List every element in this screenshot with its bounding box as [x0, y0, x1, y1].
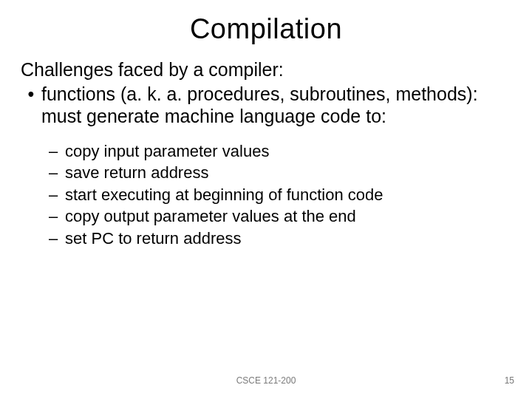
intro-text: Challenges faced by a compiler: [21, 58, 511, 81]
dash-icon: – [49, 228, 65, 249]
list-item: – save return address [49, 163, 511, 183]
slide-title: Compilation [21, 13, 511, 45]
list-item: – copy input parameter values [49, 141, 511, 162]
footer-course: CSCE 121-200 [0, 375, 532, 386]
sub-list: – copy input parameter values – save ret… [49, 141, 511, 249]
dash-icon: – [49, 206, 65, 227]
sub-item-text: copy output parameter values at the end [65, 206, 511, 227]
dash-icon: – [49, 163, 65, 183]
dash-icon: – [49, 141, 65, 162]
list-item: – copy output parameter values at the en… [49, 206, 511, 227]
sub-item-text: set PC to return address [65, 228, 511, 249]
page-number: 15 [505, 375, 514, 386]
bullet-item: • functions (a. k. a. procedures, subrou… [21, 83, 511, 128]
sub-item-text: save return address [65, 163, 511, 183]
bullet-text: functions (a. k. a. procedures, subrouti… [41, 83, 511, 128]
list-item: – start executing at beginning of functi… [49, 185, 511, 205]
slide: Compilation Challenges faced by a compil… [0, 0, 532, 399]
sub-item-text: start executing at beginning of function… [65, 185, 511, 205]
bullet-dot-icon: • [21, 83, 41, 128]
sub-item-text: copy input parameter values [65, 141, 511, 162]
list-item: – set PC to return address [49, 228, 511, 249]
dash-icon: – [49, 185, 65, 205]
